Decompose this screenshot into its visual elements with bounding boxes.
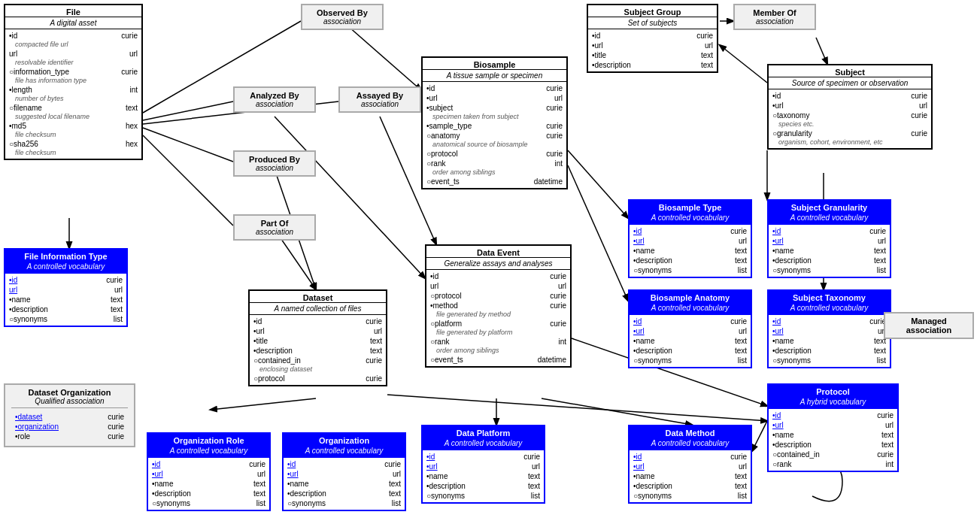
data-platform-title: Data Platform	[423, 426, 544, 438]
data-method-subtitle: A controlled vocabulary	[630, 438, 751, 450]
biosample-type-subtitle: A controlled vocabulary	[630, 213, 751, 225]
svg-line-15	[568, 165, 628, 301]
protocol-subtitle: A hybrid vocabulary	[769, 397, 897, 409]
org-role-subtitle: A controlled vocabulary	[148, 446, 269, 458]
analyzed-by-entity: Analyzed By association	[233, 86, 316, 113]
dataset-org-entity: Dataset Organization Qualified associati…	[4, 383, 135, 447]
biosample-anatomy-title: Biosample Anatomy	[630, 291, 751, 303]
member-of-entity: Member Of association	[733, 4, 816, 30]
data-platform-subtitle: A controlled vocabulary	[423, 438, 544, 450]
file-title: File	[5, 5, 141, 17]
svg-line-13	[720, 45, 767, 83]
observed-by-title: Observed By	[308, 8, 376, 17]
assayed-by-entity: Assayed By association	[338, 86, 421, 113]
subject-entity: Subject Source of specimen or observatio…	[767, 64, 933, 150]
subject-group-title: Subject Group	[588, 5, 717, 17]
protocol-title: Protocol	[769, 385, 897, 397]
file-info-type-subtitle: A controlled vocabulary	[5, 262, 126, 274]
subject-granularity-fields: •idcurie •urlurl •nametext •descriptiont…	[769, 225, 890, 277]
produced-by-subtitle: association	[241, 164, 308, 172]
biosample-type-fields: •idcurie •urlurl •nametext •descriptiont…	[630, 225, 751, 277]
biosample-fields: •idcurie •urlurl •subjectcurie specimen …	[423, 82, 566, 188]
data-event-subtitle: Generalize assays and analyses	[426, 258, 570, 270]
data-event-entity: Data Event Generalize assays and analyse…	[425, 244, 572, 368]
file-info-type-entity: File Information Type A controlled vocab…	[4, 248, 128, 327]
svg-line-6	[342, 21, 421, 90]
assayed-by-subtitle: association	[346, 100, 414, 108]
svg-line-24	[752, 421, 767, 451]
subject-taxonomy-entity: Subject Taxonomy A controlled vocabulary…	[767, 289, 891, 368]
svg-line-14	[568, 150, 628, 218]
organization-title: Organization	[284, 434, 405, 446]
produced-by-entity: Produced By association	[233, 150, 316, 177]
file-info-type-title: File Information Type	[5, 250, 126, 262]
part-of-entity: Part Of association	[233, 214, 316, 241]
data-method-entity: Data Method A controlled vocabulary •idc…	[628, 425, 752, 504]
part-of-title: Part Of	[241, 219, 308, 228]
dataset-org-fields: •datasetcurie •organizationcurie •rolecu…	[11, 410, 128, 443]
data-platform-entity: Data Platform A controlled vocabulary •i…	[421, 425, 545, 504]
organization-fields: •idcurie •urlurl •nametext •descriptiont…	[284, 458, 405, 510]
org-role-entity: Organization Role A controlled vocabular…	[147, 432, 271, 511]
svg-line-22	[211, 398, 316, 410]
dataset-subtitle: A named collection of files	[250, 303, 386, 315]
svg-line-12	[816, 38, 827, 64]
org-role-title: Organization Role	[148, 434, 269, 446]
dataset-title: Dataset	[250, 291, 386, 303]
subject-fields: •idcurie •urlurl ○taxonomycurie species …	[769, 89, 931, 148]
managed-with-entity: Managed association	[884, 312, 974, 339]
subject-taxonomy-title: Subject Taxonomy	[769, 291, 890, 303]
biosample-subtitle: A tissue sample or specimen	[423, 70, 566, 82]
subject-granularity-entity: Subject Granularity A controlled vocabul…	[767, 199, 891, 278]
svg-line-4	[143, 128, 233, 162]
biosample-anatomy-subtitle: A controlled vocabulary	[630, 303, 751, 315]
member-of-title: Member Of	[741, 8, 809, 17]
biosample-type-entity: Biosample Type A controlled vocabulary •…	[628, 199, 752, 278]
data-method-fields: •idcurie •urlurl •nametext •descriptiont…	[630, 450, 751, 502]
svg-line-23	[387, 395, 767, 421]
file-subtitle: A digital asset	[5, 17, 141, 29]
subject-title: Subject	[769, 65, 931, 77]
biosample-title: Biosample	[423, 58, 566, 70]
observed-by-entity: Observed By association	[301, 4, 384, 30]
protocol-entity: Protocol A hybrid vocabulary •idcurie •u…	[767, 383, 899, 472]
biosample-type-title: Biosample Type	[630, 201, 751, 213]
file-info-type-fields: •idcurie urlurl •nametext •descriptionte…	[5, 274, 126, 326]
analyzed-by-title: Analyzed By	[241, 91, 308, 100]
diagram-container: File A digital asset •idcurie compacted …	[0, 0, 980, 527]
data-event-fields: •idcurie urlurl ○protocolcurie •methodcu…	[426, 270, 570, 366]
data-event-title: Data Event	[426, 246, 570, 258]
organization-entity: Organization A controlled vocabulary •id…	[282, 432, 406, 511]
file-entity: File A digital asset •idcurie compacted …	[4, 4, 143, 160]
subject-group-subtitle: Set of subjects	[588, 17, 717, 29]
managed-with-title: Managed association	[891, 317, 966, 335]
dataset-fields: •idcurie •urlurl •titletext •description…	[250, 315, 386, 385]
protocol-fields: •idcurie •urlurl •nametext •descriptiont…	[769, 409, 897, 471]
dataset-org-subtitle: Qualified association	[11, 397, 128, 405]
observed-by-subtitle: association	[308, 17, 376, 26]
data-method-title: Data Method	[630, 426, 751, 438]
subject-granularity-subtitle: A controlled vocabulary	[769, 213, 890, 225]
subject-taxonomy-fields: •idcurie •urlurl •nametext •descriptiont…	[769, 315, 890, 367]
subject-group-entity: Subject Group Set of subjects •idcurie •…	[587, 4, 718, 73]
biosample-anatomy-entity: Biosample Anatomy A controlled vocabular…	[628, 289, 752, 368]
dataset-org-title: Dataset Organization	[11, 388, 128, 397]
org-role-fields: •idcurie •urlurl •nametext •descriptiont…	[148, 458, 269, 510]
subject-granularity-title: Subject Granularity	[769, 201, 890, 213]
svg-line-5	[143, 135, 233, 226]
biosample-anatomy-fields: •idcurie •urlurl •nametext •descriptiont…	[630, 315, 751, 367]
member-of-subtitle: association	[741, 17, 809, 26]
svg-line-2	[143, 101, 233, 120]
dataset-entity: Dataset A named collection of files •idc…	[248, 289, 387, 386]
file-fields: •idcurie compacted file url urlurl resol…	[5, 29, 141, 159]
analyzed-by-subtitle: association	[241, 100, 308, 108]
subject-subtitle: Source of specimen or observation	[769, 77, 931, 89]
part-of-subtitle: association	[241, 228, 308, 236]
subject-taxonomy-subtitle: A controlled vocabulary	[769, 303, 890, 315]
svg-line-7	[275, 117, 425, 278]
subject-group-fields: •idcurie •urlurl •titletext •description…	[588, 29, 717, 71]
organization-subtitle: A controlled vocabulary	[284, 446, 405, 458]
data-platform-fields: •idcurie •urlurl •nametext •descriptiont…	[423, 450, 544, 502]
svg-line-20	[542, 398, 692, 425]
produced-by-title: Produced By	[241, 155, 308, 164]
